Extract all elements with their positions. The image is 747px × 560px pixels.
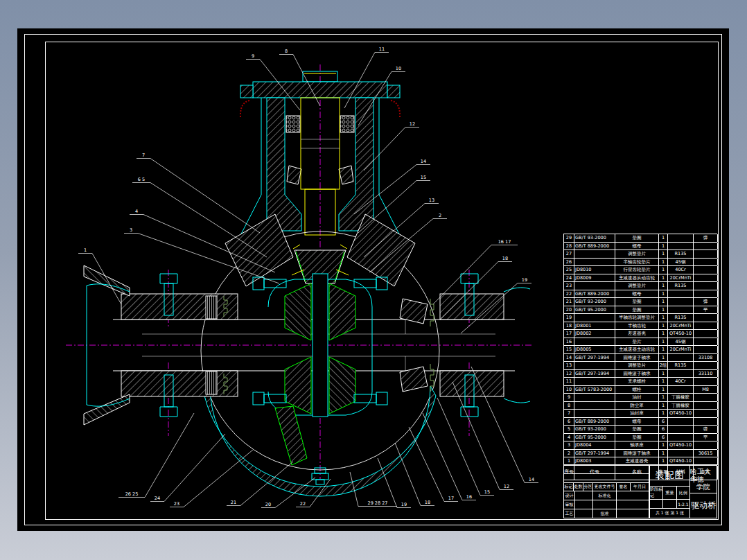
table-row: 28GB/T 889-2000螺母1 — [563, 242, 717, 250]
audit-label: 审核 — [564, 500, 575, 509]
table-row: 13调整垫片2组R135 — [563, 361, 717, 369]
cross-shaft — [313, 274, 328, 417]
table-row: 5GB/T 93-2000垫圈6弹 — [563, 425, 717, 433]
table-cell: 调整垫片 — [615, 362, 659, 369]
table-cell: 螺母 — [615, 290, 659, 298]
table-cell: 主减速器主动齿轮 — [615, 346, 659, 353]
bearing-upper-right — [340, 116, 354, 132]
table-cell: 支承螺栓 — [615, 378, 659, 385]
table-cell — [574, 338, 615, 346]
table-cell: 丁腈橡胶 — [668, 394, 694, 401]
table-cell — [694, 394, 718, 401]
bearing-upper-left — [286, 116, 300, 132]
table-row: 10GB/T 5783-2000螺栓1M8 — [563, 385, 717, 394]
standardization-label: 标准化 — [593, 491, 617, 500]
table-cell — [574, 362, 615, 369]
table-row: 6GB/T 889-2000螺母6 — [563, 417, 717, 426]
table-cell: 25 — [564, 266, 574, 274]
table-cell: 33110 — [694, 370, 718, 378]
table-row: 18JD8001半轴齿轮120CrMnTi — [563, 322, 717, 330]
table-cell — [694, 243, 718, 250]
table-cell: 1 — [659, 450, 668, 457]
part-balloon: 14 — [421, 159, 426, 164]
side-gear-right — [329, 283, 355, 340]
table-cell: 弹 — [694, 298, 718, 306]
title-block: 标记 处数 分区 更改文件号 签名 年月日 设计 标准化 审核 — [563, 464, 717, 518]
table-cell: GB/T 297-1994 — [574, 450, 615, 457]
table-cell: 圆锥滚子轴承 — [615, 450, 659, 457]
part-balloon: 19 — [401, 502, 407, 507]
table-cell: 3 — [564, 441, 574, 449]
part-balloon: 7 — [142, 152, 145, 158]
table-cell: 4 — [564, 434, 574, 441]
table-cell: 33108 — [694, 354, 718, 362]
part-balloon: 12 — [410, 121, 415, 127]
table-cell — [668, 370, 694, 378]
table-row: 29GB/T 93-2000垫圈1弹 — [563, 234, 717, 242]
table-cell: 1 — [659, 370, 668, 378]
table-row: 17JD8002差速器壳1QT450-10 — [563, 329, 717, 338]
table-cell: 螺母 — [615, 418, 659, 426]
table-cell: 11 — [564, 378, 574, 385]
table-cell: GB/T 93-2000 — [574, 426, 615, 433]
table-cell: JD8004 — [574, 441, 615, 449]
table-cell: R135 — [668, 250, 694, 258]
table-cell — [694, 274, 718, 282]
table-cell: 1 — [659, 386, 668, 394]
table-cell: 27 — [564, 250, 574, 258]
table-row: 7油封座1QT450-10 — [563, 409, 717, 417]
table-row: 4GB/T 95-2000垫圈6平 — [563, 433, 717, 441]
part-balloon: 3 — [130, 227, 132, 233]
oil-seal-left — [240, 100, 249, 117]
table-cell — [574, 314, 615, 322]
table-row: 8防尘罩1丁腈橡胶 — [563, 401, 717, 410]
table-cell: 6 — [564, 418, 574, 426]
taper-bearing-right-upper — [400, 299, 428, 324]
table-cell: 1 — [659, 338, 668, 346]
table-cell: GB/T 297-1994 — [574, 370, 615, 378]
table-row: 16垫片145钢 — [563, 338, 717, 346]
table-cell: R135 — [668, 314, 694, 322]
table-cell: GB/T 95-2000 — [574, 434, 615, 441]
table-cell: 26 — [564, 259, 574, 266]
table-cell: GB/T 889-2000 — [574, 418, 615, 426]
table-cell: 螺母 — [615, 243, 659, 250]
part-balloon: 16 17 — [498, 239, 511, 245]
table-row: 19半轴齿轮调整垫片1R135 — [563, 313, 717, 322]
part-balloon: 17 — [448, 496, 454, 501]
table-cell: 垫圈 — [615, 234, 659, 242]
part-balloon: 15 — [421, 175, 426, 180]
table-cell: QT450-10 — [668, 330, 694, 338]
table-cell: GB/T 297-1994 — [574, 354, 615, 362]
table-cell: 19 — [564, 314, 574, 322]
table-cell: 1 — [659, 298, 668, 306]
table-cell — [694, 314, 718, 322]
table-cell: 垫圈 — [615, 434, 659, 441]
table-cell: JD8001 — [574, 322, 615, 330]
table-row: 15JD8005主减速器主动齿轮120CrMnTi — [563, 345, 717, 353]
table-cell — [668, 434, 694, 441]
part-balloon: 13 — [429, 198, 434, 203]
table-cell — [574, 378, 615, 385]
table-cell — [694, 346, 718, 353]
table-row: 11支承螺栓140Cr — [563, 377, 717, 385]
table-cell — [694, 266, 718, 274]
table-cell: 6 — [659, 434, 668, 441]
table-cell: 14 — [564, 354, 574, 362]
table-cell: 13 — [564, 362, 574, 369]
table-cell: 主减速器从动齿轮 — [615, 274, 659, 282]
part-balloon: 21 — [231, 500, 236, 505]
table-row: 22GB/T 889-2000螺母1 — [563, 290, 717, 298]
table-row: 21GB/T 93-2000垫圈1弹 — [563, 297, 717, 306]
table-cell: 12 — [564, 370, 574, 378]
part-balloon: 18 — [425, 500, 430, 505]
table-cell: 18 — [564, 322, 574, 330]
part-balloon: 2 — [439, 213, 441, 218]
table-cell: 1 — [659, 394, 668, 401]
table-cell — [694, 410, 718, 417]
table-cell: M8 — [694, 386, 718, 394]
table-cell: 1 — [659, 322, 668, 330]
part-balloon: 18 — [502, 256, 508, 261]
part-balloon: 16 — [466, 494, 472, 500]
table-cell: 9 — [564, 394, 574, 401]
